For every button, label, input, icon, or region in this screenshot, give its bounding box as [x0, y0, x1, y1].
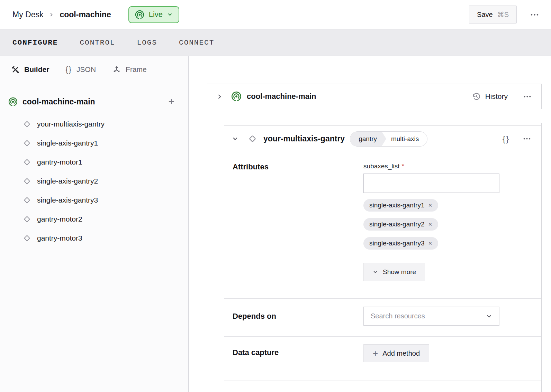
topbar-actions: Save ⌘S: [469, 6, 539, 24]
diamond-icon: [247, 134, 258, 144]
history-label: History: [485, 92, 508, 101]
live-status-dropdown[interactable]: Live: [128, 6, 179, 23]
tools-icon: [11, 65, 20, 74]
depends-on-select[interactable]: Search resources: [363, 307, 499, 326]
resource-tree: cool-machine-main + your-multiaxis-gantr…: [0, 83, 188, 248]
view-json-label: JSON: [76, 65, 96, 74]
tree-item[interactable]: gantry-motor2: [22, 209, 174, 228]
diamond-icon: [22, 215, 31, 224]
top-bar: My Desk cool-machine Live Save ⌘S: [0, 0, 551, 29]
view-frame-label: Frame: [126, 65, 147, 74]
tree-item[interactable]: your-multiaxis-gantry: [22, 114, 174, 133]
tree-item[interactable]: gantry-motor1: [22, 152, 174, 171]
broadcast-icon: [231, 91, 242, 102]
tag-type: gantry: [350, 132, 386, 146]
subaxes-chip-list: single-axis-gantry1 × single-axis-gantry…: [363, 199, 499, 250]
tree-root-label: cool-machine-main: [22, 97, 95, 106]
resource-overflow-menu-button[interactable]: [523, 134, 531, 143]
part-header-card: cool-machine-main History: [207, 84, 542, 109]
chip-label: single-axis-gantry2: [369, 221, 424, 228]
tree-item-label: single-axis-gantry3: [37, 196, 98, 204]
view-builder-label: Builder: [24, 65, 49, 74]
tree-children: your-multiaxis-gantry single-axis-gantry…: [8, 114, 174, 248]
frame-axes-icon: [112, 65, 121, 74]
json-mode-button[interactable]: {}: [503, 134, 509, 144]
view-builder[interactable]: Builder: [11, 65, 49, 74]
history-icon: [472, 92, 481, 101]
plus-icon: +: [373, 349, 378, 358]
chip-remove-icon[interactable]: ×: [428, 240, 432, 247]
depends-on-section: Depends on Search resources: [224, 298, 541, 336]
save-button[interactable]: Save ⌘S: [469, 6, 517, 24]
sidebar: Builder {} JSON Frame cool-machine-main …: [0, 56, 189, 392]
chip-remove-icon[interactable]: ×: [428, 221, 432, 228]
tab-configure[interactable]: CONFIGURE: [12, 39, 58, 47]
required-marker: *: [402, 162, 404, 170]
add-method-label: Add method: [382, 349, 420, 357]
chip-label: single-axis-gantry3: [369, 240, 424, 247]
live-status-label: Live: [149, 10, 163, 19]
subaxis-chip: single-axis-gantry3 ×: [363, 237, 438, 250]
chip-label: single-axis-gantry1: [369, 202, 424, 209]
tree-item-label: single-axis-gantry1: [37, 139, 98, 147]
show-more-label: Show more: [383, 268, 416, 276]
breadcrumb: My Desk cool-machine: [12, 10, 111, 19]
collapse-chevron-down-icon[interactable]: [232, 136, 238, 142]
save-shortcut: ⌘S: [497, 10, 509, 19]
diamond-icon: [22, 177, 31, 186]
chevron-down-icon: [486, 313, 492, 319]
diamond-icon: [22, 234, 31, 243]
view-mode-toggle: Builder {} JSON Frame: [0, 56, 188, 83]
chip-remove-icon[interactable]: ×: [428, 202, 432, 209]
diamond-icon: [22, 158, 31, 167]
add-component-button[interactable]: +: [168, 96, 174, 107]
part-title: cool-machine-main: [247, 92, 316, 101]
tree-item[interactable]: single-axis-gantry3: [22, 190, 174, 209]
resource-card: your-multiaxis-gantry gantry multi-axis …: [224, 125, 541, 381]
resource-type-tag: gantry multi-axis: [350, 131, 427, 147]
overflow-menu-button[interactable]: [530, 10, 539, 19]
breadcrumb-parent-link[interactable]: My Desk: [12, 10, 43, 19]
attributes-section: Attributes subaxes_list* single-axis-gan…: [224, 152, 541, 298]
braces-icon: {}: [65, 65, 72, 74]
resource-card-body: Attributes subaxes_list* single-axis-gan…: [224, 152, 541, 381]
tab-logs[interactable]: LOGS: [137, 39, 157, 47]
diamond-icon: [22, 120, 31, 129]
tree-item[interactable]: gantry-motor3: [22, 228, 174, 248]
tree-item[interactable]: single-axis-gantry1: [22, 133, 174, 152]
tree-item-label: your-multiaxis-gantry: [37, 120, 105, 128]
tree-root-machine[interactable]: cool-machine-main +: [8, 93, 174, 110]
view-json[interactable]: {} JSON: [65, 65, 96, 74]
diamond-icon: [22, 196, 31, 205]
view-frame[interactable]: Frame: [112, 65, 147, 74]
data-capture-heading: Data capture: [233, 344, 363, 357]
content-area: Builder {} JSON Frame cool-machine-main …: [0, 56, 551, 392]
diamond-icon: [22, 139, 31, 148]
broadcast-icon: [135, 10, 144, 19]
depends-on-placeholder: Search resources: [371, 312, 425, 320]
subaxis-chip: single-axis-gantry1 ×: [363, 199, 438, 212]
tag-model: multi-axis: [386, 132, 427, 146]
subaxes-field-label: subaxes_list*: [363, 162, 499, 170]
config-panel: cool-machine-main History: [189, 56, 551, 392]
tab-control[interactable]: CONTROL: [80, 39, 115, 47]
tree-item-label: gantry-motor1: [37, 158, 82, 166]
depends-on-heading: Depends on: [233, 312, 363, 321]
tab-connect[interactable]: CONNECT: [179, 39, 214, 47]
part-overflow-menu-button[interactable]: [523, 92, 532, 101]
tree-item[interactable]: single-axis-gantry2: [22, 171, 174, 190]
show-more-button[interactable]: Show more: [363, 263, 425, 281]
tree-item-label: single-axis-gantry2: [37, 177, 98, 185]
main-tab-bar: CONFIGURE CONTROL LOGS CONNECT: [0, 29, 551, 56]
broadcast-icon: [8, 97, 18, 106]
subaxis-chip: single-axis-gantry2 ×: [363, 218, 438, 231]
expand-chevron-right-icon[interactable]: [216, 93, 223, 100]
save-label: Save: [477, 11, 493, 19]
resource-card-header: your-multiaxis-gantry gantry multi-axis …: [224, 126, 541, 152]
chevron-down-icon: [167, 12, 173, 17]
add-method-button[interactable]: + Add method: [363, 344, 429, 362]
attributes-heading: Attributes: [233, 162, 363, 281]
history-button[interactable]: History: [472, 92, 508, 101]
resource-title: your-multiaxis-gantry: [263, 134, 345, 143]
subaxes-input[interactable]: [363, 174, 499, 193]
